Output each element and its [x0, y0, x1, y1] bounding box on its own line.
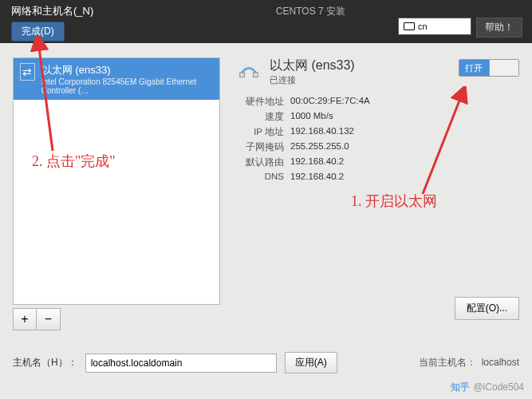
watermark: 知乎@iCode504	[451, 381, 524, 394]
hostname-input[interactable]	[85, 354, 277, 373]
device-item-subtitle: Intel Corporation 82545EM Gigabit Ethern…	[41, 77, 213, 95]
toggle-on-label: 打开	[459, 60, 489, 76]
device-list[interactable]: ⇄ 以太网 (ens33) Intel Corporation 82545EM …	[13, 57, 220, 305]
keyboard-layout-selector[interactable]: cn	[398, 18, 471, 35]
add-device-button[interactable]: +	[13, 308, 37, 330]
keyboard-icon	[404, 22, 415, 30]
current-hostname: 当前主机名： localhost	[419, 356, 519, 369]
ethernet-icon: ⇄	[20, 63, 35, 81]
toggle-knob	[489, 60, 518, 76]
svg-rect-0	[240, 73, 245, 77]
device-item-title: 以太网 (ens33)	[41, 63, 213, 77]
ethernet-toggle[interactable]: 打开	[459, 59, 519, 77]
help-button[interactable]: 帮助！	[476, 18, 522, 38]
device-status: 已连接	[270, 74, 355, 86]
lang-code: cn	[418, 22, 428, 31]
svg-rect-1	[254, 73, 258, 77]
device-list-item[interactable]: ⇄ 以太网 (ens33) Intel Corporation 82545EM …	[14, 58, 219, 100]
hostname-label: 主机名（H）：	[13, 356, 77, 369]
ethernet-large-icon	[236, 59, 262, 85]
device-details: 硬件地址00:0C:29:FE:7C:4A 速度1000 Mb/s IP 地址1…	[239, 96, 519, 181]
page-title: 网络和主机名(_N)	[11, 4, 255, 18]
configure-button[interactable]: 配置(O)...	[455, 297, 519, 320]
done-button[interactable]: 完成(D)	[11, 22, 65, 41]
apply-hostname-button[interactable]: 应用(A)	[285, 352, 337, 373]
remove-device-button[interactable]: −	[37, 308, 61, 330]
device-name: 以太网 (ens33)	[270, 57, 355, 74]
installer-title: CENTOS 7 安装	[276, 5, 345, 18]
